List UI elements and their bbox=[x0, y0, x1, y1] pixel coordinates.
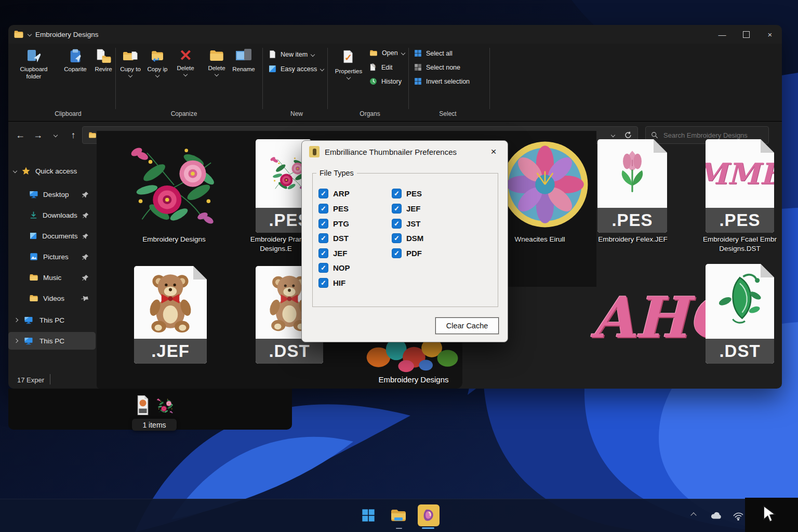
dropdown-caret-icon bbox=[311, 52, 315, 56]
checkbox-checked-icon[interactable] bbox=[392, 219, 402, 229]
network-icon[interactable] bbox=[729, 507, 747, 524]
file-name[interactable]: Embroidery Felex.JEF bbox=[590, 235, 675, 244]
ribbon-group-label: New bbox=[268, 110, 325, 117]
address-dropdown-icon[interactable] bbox=[611, 133, 615, 137]
sidebar-item-music[interactable]: Music bbox=[8, 269, 96, 286]
delete-button[interactable]: ✕ Delete bbox=[169, 48, 202, 76]
checkbox-checked-icon[interactable] bbox=[318, 233, 328, 243]
checkbox-checked-icon[interactable] bbox=[318, 204, 328, 214]
sidebar-item-quick-access[interactable]: Quick access bbox=[8, 162, 96, 180]
refresh-icon[interactable] bbox=[624, 131, 632, 139]
onedrive-cloud-icon[interactable] bbox=[708, 507, 725, 524]
checkbox-checked-icon[interactable] bbox=[318, 248, 328, 258]
ribbon-group-label: Select bbox=[417, 110, 479, 117]
rename-button[interactable]: Rename bbox=[228, 48, 260, 73]
sidebar-item-videos[interactable]: Videos bbox=[8, 289, 96, 307]
copy-button[interactable]: Coparite bbox=[59, 48, 91, 73]
folder-arrow-icon: ↩ bbox=[149, 48, 166, 64]
desktop-monogram-embroidery[interactable]: AHC bbox=[591, 285, 695, 350]
checkbox-checked-icon[interactable] bbox=[318, 263, 328, 273]
app-icon bbox=[309, 146, 320, 157]
collapse-chevron-icon[interactable] bbox=[14, 318, 18, 322]
file-card-jef-bear[interactable]: .JEF bbox=[134, 266, 207, 364]
sidebar-item-pictures[interactable]: Pictures bbox=[8, 248, 96, 265]
file-name[interactable]: Wneacites Eirull bbox=[496, 235, 584, 244]
select-none-button[interactable]: Select none bbox=[414, 63, 460, 72]
monogram-thumbnail: MMB bbox=[695, 156, 784, 191]
checkbox-checked-icon[interactable] bbox=[392, 189, 402, 198]
file-card-monogram[interactable]: MMB .PES bbox=[706, 139, 774, 233]
checkbox-checked-icon[interactable] bbox=[318, 219, 328, 229]
checkbox-dsm[interactable]: DSM bbox=[392, 233, 423, 243]
select-all-button[interactable]: Select all bbox=[414, 49, 453, 58]
chevron-down-icon[interactable] bbox=[28, 32, 32, 36]
checkbox-checked-icon[interactable] bbox=[392, 248, 402, 258]
ribbon-group-label: Copanize bbox=[149, 110, 219, 117]
maximize-button[interactable] bbox=[734, 25, 758, 44]
move-to-button[interactable]: ↩ Copy ip bbox=[141, 48, 174, 77]
file-explorer-taskbar-icon[interactable] bbox=[388, 504, 409, 526]
edit-button[interactable]: ✎ Edit bbox=[369, 63, 393, 72]
embrilliance-app-taskbar-icon[interactable] bbox=[418, 504, 440, 526]
invert-selection-button[interactable]: Invert selection bbox=[414, 77, 470, 86]
forward-button[interactable]: → bbox=[29, 126, 47, 144]
easy-access-button[interactable]: Easy access bbox=[268, 64, 324, 73]
document-icon bbox=[29, 231, 37, 241]
checkbox-ptg[interactable]: PTG bbox=[318, 219, 349, 229]
checkbox-jst[interactable]: JST bbox=[392, 219, 421, 229]
file-card-dst-green[interactable]: .DST bbox=[706, 264, 774, 364]
up-button[interactable]: ↑ bbox=[64, 126, 82, 144]
checkbox-pdf[interactable]: PDF bbox=[392, 248, 422, 258]
checkbox-checked-icon[interactable] bbox=[392, 204, 402, 214]
collapse-chevron-icon[interactable] bbox=[14, 339, 18, 343]
clipboard-folder-button[interactable]: Ciupboard folder bbox=[18, 48, 50, 81]
file-name[interactable]: Embroidery Fcael EmbrDesigns.DST bbox=[698, 235, 781, 254]
selected-file-name[interactable]: Embroidery Designs bbox=[372, 375, 455, 384]
invert-selection-icon bbox=[414, 77, 422, 86]
back-button[interactable]: ← bbox=[11, 126, 29, 144]
recent-locations-button[interactable] bbox=[47, 126, 64, 144]
properties-button[interactable]: ✓ Properties bbox=[332, 48, 365, 79]
history-button[interactable]: History bbox=[369, 77, 402, 86]
sidebar-item-this-pc[interactable]: This PC bbox=[8, 311, 96, 329]
start-button[interactable] bbox=[357, 504, 379, 526]
file-card-tulip[interactable]: .PES bbox=[597, 139, 667, 233]
close-button[interactable]: × bbox=[758, 25, 782, 44]
file-name[interactable]: Embroidery Designs bbox=[119, 235, 229, 244]
dialog-close-button[interactable]: × bbox=[487, 145, 500, 158]
sidebar-item-downloads[interactable]: Downloads bbox=[8, 206, 96, 224]
sidebar-item-documents[interactable]: Documents bbox=[8, 227, 96, 245]
tray-chevron-up-icon[interactable] bbox=[685, 507, 702, 524]
floral-embroidery-thumbnail bbox=[119, 138, 229, 232]
checkbox-pes2[interactable]: PES bbox=[392, 189, 422, 198]
expand-chevron-icon[interactable] bbox=[13, 169, 17, 173]
open-button[interactable]: Open bbox=[369, 49, 405, 57]
folder-icon bbox=[29, 294, 38, 303]
search-input[interactable] bbox=[662, 131, 758, 140]
sidebar-item-desktop[interactable]: Desktop bbox=[8, 185, 96, 203]
sidebar-item-label: Music bbox=[43, 274, 61, 282]
checkbox-checked-icon[interactable] bbox=[392, 233, 402, 243]
clear-cache-button[interactable]: Clear Cache bbox=[435, 317, 499, 334]
file-extension-badge: .DST bbox=[256, 339, 323, 364]
checkbox-pes[interactable]: PES bbox=[318, 204, 349, 214]
ribbon-item-label: History bbox=[381, 78, 402, 85]
teddy-bear-thumbnail bbox=[143, 270, 197, 335]
taskbar bbox=[0, 499, 798, 532]
checkbox-checked-icon[interactable] bbox=[318, 189, 328, 198]
file-tile-floral[interactable] bbox=[119, 138, 229, 232]
new-item-button[interactable]: New item bbox=[268, 50, 314, 59]
sidebar-item-this-pc-selected[interactable]: This PC bbox=[8, 332, 96, 350]
checkbox-dst[interactable]: DST bbox=[318, 233, 349, 243]
checkbox-hif[interactable]: HIF bbox=[318, 278, 345, 288]
pin-icon bbox=[82, 253, 89, 261]
checkbox-nop[interactable]: NOP bbox=[318, 263, 350, 273]
checkbox-jef[interactable]: JEF bbox=[318, 248, 348, 258]
file-tile-patch[interactable] bbox=[501, 140, 589, 229]
checkbox-arp[interactable]: ARP bbox=[318, 189, 350, 198]
checkbox-jef2[interactable]: JEF bbox=[392, 204, 421, 214]
mini-floral-icon[interactable] bbox=[155, 396, 176, 416]
minimize-button[interactable]: — bbox=[710, 25, 734, 44]
mini-file-icon[interactable] bbox=[136, 395, 150, 416]
checkbox-checked-icon[interactable] bbox=[318, 278, 328, 288]
